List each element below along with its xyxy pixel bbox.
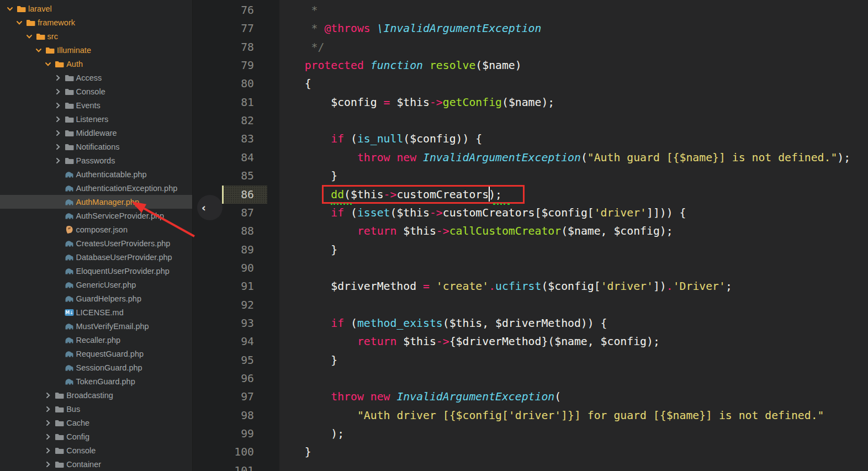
tree-item-sessionguard-php[interactable]: SessionGuard.php: [0, 361, 192, 374]
line-number[interactable]: 91: [193, 277, 254, 295]
line-number[interactable]: 98: [193, 406, 254, 425]
tree-item-middleware[interactable]: Middleware: [0, 126, 192, 140]
tree-item-mustverifyemail-php[interactable]: MustVerifyEmail.php: [0, 319, 192, 333]
line-number[interactable]: 90: [193, 259, 254, 277]
code-line-98[interactable]: "Auth driver [{$config['driver']}] for g…: [278, 406, 824, 425]
code-line-83[interactable]: if (is_null($config)) {: [278, 130, 482, 148]
line-number[interactable]: 83: [193, 130, 254, 148]
tree-item-requestguard-php[interactable]: RequestGuard.php: [0, 347, 192, 361]
code-line-89[interactable]: }: [278, 241, 337, 259]
chevron-right-icon[interactable]: [45, 420, 51, 426]
tree-item-notifications[interactable]: Notifications: [0, 140, 192, 154]
line-number[interactable]: 99: [193, 425, 254, 443]
tree-item-authmanager-php[interactable]: AuthManager.php: [0, 195, 192, 209]
line-number[interactable]: 82: [193, 112, 254, 130]
php-file-icon: [65, 350, 74, 358]
line-number[interactable]: 81: [193, 93, 254, 112]
chevron-right-icon[interactable]: [55, 157, 61, 164]
tree-item-bus[interactable]: Bus: [0, 402, 192, 416]
tree-item-console[interactable]: Console: [0, 443, 192, 457]
line-number[interactable]: 76: [193, 1, 254, 19]
tree-item-guardhelpers-php[interactable]: GuardHelpers.php: [0, 292, 192, 305]
tree-item-auth[interactable]: Auth: [0, 57, 192, 71]
tree-item-databaseuserprovider-php[interactable]: DatabaseUserProvider.php: [0, 250, 192, 264]
line-number[interactable]: 94: [193, 332, 254, 351]
chevron-down-icon[interactable]: [35, 47, 42, 54]
tree-item-listeners[interactable]: Listeners: [0, 112, 192, 126]
tree-item-cache[interactable]: Cache: [0, 416, 192, 430]
folder-icon: [55, 432, 64, 441]
code-line-95[interactable]: }: [278, 351, 337, 369]
chevron-right-icon[interactable]: [55, 75, 61, 81]
line-number[interactable]: 95: [193, 351, 254, 369]
chevron-right-icon[interactable]: [55, 116, 61, 123]
code-line-97[interactable]: throw new InvalidArgumentException(: [278, 388, 561, 406]
tree-item-eloquentuserprovider-php[interactable]: EloquentUserProvider.php: [0, 264, 192, 278]
code-line-85[interactable]: }: [278, 167, 337, 185]
line-number[interactable]: 89: [193, 241, 254, 259]
code-line-76[interactable]: *: [278, 1, 317, 19]
chevron-right-icon[interactable]: [55, 144, 61, 150]
chevron-right-icon[interactable]: [45, 392, 51, 399]
tree-item-passwords[interactable]: Passwords: [0, 154, 192, 167]
tree-item-broadcasting[interactable]: Broadcasting: [0, 388, 192, 402]
chevron-down-icon[interactable]: [26, 33, 33, 40]
code-line-99[interactable]: );: [278, 425, 344, 443]
line-number[interactable]: 79: [193, 56, 254, 75]
chevron-right-icon[interactable]: [55, 130, 61, 136]
chevron-down-icon[interactable]: [7, 6, 13, 12]
tree-item-events[interactable]: Events: [0, 98, 192, 112]
code-line-88[interactable]: return $this->callCustomCreator($name, $…: [278, 222, 673, 240]
tree-item-createsuserproviders-php[interactable]: CreatesUserProviders.php: [0, 236, 192, 250]
tree-item-src[interactable]: src: [0, 29, 192, 43]
tree-item-genericuser-php[interactable]: GenericUser.php: [0, 278, 192, 292]
chevron-right-icon[interactable]: [45, 461, 51, 468]
code-line-87[interactable]: if (isset($this->customCreators[$config[…: [278, 204, 686, 222]
line-number[interactable]: 97: [193, 388, 254, 406]
tree-item-framework[interactable]: framework: [0, 15, 192, 29]
chevron-right-icon[interactable]: [45, 406, 51, 412]
line-number[interactable]: 93: [193, 314, 254, 332]
line-number[interactable]: 88: [193, 222, 254, 240]
line-number[interactable]: 77: [193, 19, 254, 38]
line-number[interactable]: 92: [193, 296, 254, 314]
chevron-right-icon[interactable]: [55, 102, 61, 109]
chevron-down-icon[interactable]: [16, 19, 23, 26]
tree-item-tokenguard-php[interactable]: TokenGuard.php: [0, 374, 192, 388]
code-line-93[interactable]: if (method_exists($this, $driverMethod))…: [278, 314, 607, 332]
line-number[interactable]: 84: [193, 149, 254, 167]
tree-item-authserviceprovider-php[interactable]: AuthServiceProvider.php: [0, 209, 192, 223]
line-number[interactable]: 100: [193, 443, 254, 461]
tree-item-authenticationexception-php[interactable]: AuthenticationException.php: [0, 181, 192, 195]
collapse-sidebar-button[interactable]: ‹: [197, 195, 223, 220]
chevron-right-icon[interactable]: [55, 88, 61, 95]
tree-item-laravel[interactable]: laravel: [0, 2, 192, 15]
code-line-100[interactable]: }: [278, 443, 311, 461]
line-number[interactable]: 101: [193, 462, 254, 471]
line-number[interactable]: 80: [193, 75, 254, 93]
line-number[interactable]: 78: [193, 38, 254, 56]
tree-item-license-md[interactable]: M↓LICENSE.md: [0, 305, 192, 319]
tree-item-illuminate[interactable]: Illuminate: [0, 43, 192, 57]
chevron-right-icon[interactable]: [45, 447, 51, 454]
code-line-94[interactable]: return $this->{$driverMethod}($name, $co…: [278, 332, 660, 351]
code-line-91[interactable]: $driverMethod = 'create'.ucfirst($config…: [278, 277, 732, 295]
code-line-80[interactable]: {: [278, 75, 311, 93]
tree-item-composer-json[interactable]: composer.json: [0, 223, 192, 236]
tree-item-container[interactable]: Container: [0, 457, 192, 471]
code-line-78[interactable]: */: [278, 38, 324, 56]
tree-item-recaller-php[interactable]: Recaller.php: [0, 333, 192, 347]
chevron-right-icon[interactable]: [45, 433, 51, 440]
line-number[interactable]: 85: [193, 167, 254, 185]
tree-item-access[interactable]: Access: [0, 71, 192, 84]
tree-item-authenticatable-php[interactable]: Authenticatable.php: [0, 167, 192, 181]
chevron-down-icon[interactable]: [45, 61, 51, 67]
tree-item-label: SessionGuard.php: [76, 363, 142, 372]
tree-item-console[interactable]: Console: [0, 84, 192, 98]
line-number[interactable]: 96: [193, 369, 254, 388]
code-line-77[interactable]: * @throws \InvalidArgumentException: [278, 19, 541, 38]
code-line-84[interactable]: throw new InvalidArgumentException("Auth…: [278, 149, 850, 167]
tree-item-config[interactable]: Config: [0, 430, 192, 443]
code-line-81[interactable]: $config = $this->getConfig($name);: [278, 93, 554, 112]
code-line-79[interactable]: protected function resolve($name): [278, 56, 522, 75]
